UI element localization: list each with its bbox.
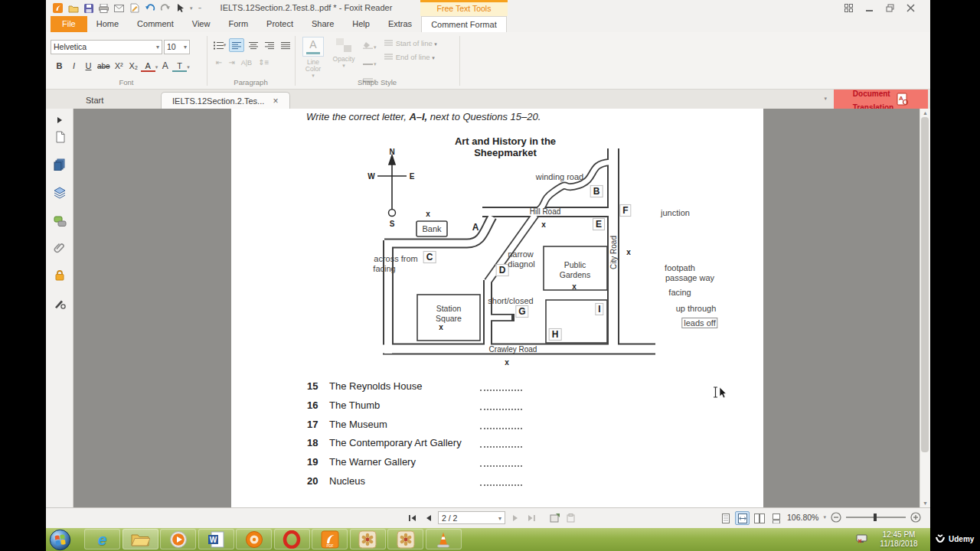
security-icon[interactable] <box>53 268 67 282</box>
redo-icon[interactable] <box>159 2 171 14</box>
free-text-annotation[interactable]: facing <box>668 288 691 297</box>
zoom-slider-thumb[interactable] <box>874 514 877 521</box>
single-page-view-icon[interactable] <box>718 511 733 525</box>
print-icon[interactable] <box>98 2 109 14</box>
free-text-annotation[interactable]: across from <box>374 254 417 263</box>
restore-icon[interactable] <box>884 2 896 13</box>
ribbon-tab-help[interactable]: Help <box>343 16 379 32</box>
free-text-annotation[interactable]: footpath <box>665 263 695 272</box>
document-tab-active[interactable]: IELTS.12Section.2.Tes... × <box>161 92 290 109</box>
free-text-annotation[interactable]: junction <box>661 208 690 217</box>
close-icon[interactable] <box>905 2 916 13</box>
ribbon-tab-share[interactable]: Share <box>302 16 343 32</box>
taskbar-app-internet-explorer[interactable]: e <box>84 529 120 549</box>
zoom-in-icon[interactable] <box>910 512 921 523</box>
ribbon-tab-extras[interactable]: Extras <box>379 16 421 32</box>
undo-icon[interactable] <box>144 2 155 14</box>
snapshot-icon[interactable] <box>549 511 561 524</box>
comments-icon[interactable] <box>53 214 67 228</box>
first-page-icon[interactable] <box>406 511 418 524</box>
free-text-annotation[interactable]: winding road <box>536 172 583 181</box>
vertical-scrollbar[interactable]: ▲ ▼ <box>920 109 930 507</box>
taskbar-app-foxit-reader[interactable]: PDF <box>312 529 348 549</box>
collapse-arrow-icon[interactable] <box>53 113 67 127</box>
zoom-dropdown-icon[interactable]: ▾ <box>823 514 826 520</box>
taskbar-app-word[interactable]: W <box>198 529 234 549</box>
edit-doc-icon[interactable] <box>129 2 140 14</box>
document-translation-button[interactable]: DocumentTranslation A <box>834 90 928 109</box>
free-text-annotation[interactable]: short/closed <box>488 296 533 305</box>
tab-list-dropdown-icon[interactable]: ▾ <box>824 96 827 102</box>
page-number-combo[interactable]: 2 / 2▾ <box>438 511 505 524</box>
ribbon-tab-file[interactable]: File <box>51 16 87 32</box>
bold-button[interactable]: B <box>52 61 67 70</box>
free-text-annotation[interactable]: diagnol <box>508 259 534 269</box>
font-color-button[interactable]: A <box>141 61 155 72</box>
taskbar-app-vlc[interactable] <box>426 529 462 549</box>
tray-icon[interactable] <box>856 533 867 547</box>
justify-icon[interactable] <box>279 39 292 51</box>
start-button[interactable] <box>49 529 71 551</box>
bookmarks-icon[interactable] <box>53 130 67 144</box>
ribbon-tab-home[interactable]: Home <box>87 16 128 32</box>
align-center-icon[interactable] <box>247 39 260 51</box>
taskbar-app-opera[interactable] <box>274 529 310 549</box>
taskbar-app-phantom-pdf-2[interactable] <box>387 529 423 549</box>
fit-width-view-icon[interactable] <box>735 511 750 525</box>
close-tab-icon[interactable]: × <box>270 96 278 106</box>
free-text-annotation[interactable]: leads off <box>681 318 717 328</box>
signature-icon[interactable] <box>53 296 67 310</box>
scroll-up-icon[interactable]: ▲ <box>923 110 928 116</box>
previous-page-icon[interactable] <box>422 511 434 524</box>
taskbar-clock[interactable]: 12:45 PM 11/18/2018 <box>870 529 928 549</box>
taskbar-app-media-player[interactable] <box>160 529 196 549</box>
strikethrough-button[interactable]: abe <box>96 62 112 70</box>
answer-blank[interactable] <box>480 465 522 467</box>
subscript-button[interactable]: X₂ <box>126 61 141 70</box>
zoom-out-icon[interactable] <box>831 512 841 523</box>
text-style-button-dropdown-icon[interactable]: ▾ <box>187 64 190 70</box>
align-left-icon[interactable] <box>229 38 244 52</box>
text-style-button[interactable]: T <box>172 61 187 72</box>
free-text-annotation[interactable]: narrow <box>508 249 534 259</box>
continuous-view-icon[interactable] <box>769 511 783 525</box>
ribbon-tab-view[interactable]: View <box>183 16 220 32</box>
answer-blank[interactable] <box>480 446 522 448</box>
scrollbar-thumb[interactable] <box>921 117 929 452</box>
superscript-button[interactable]: X² <box>112 61 126 70</box>
ribbon-tab-form[interactable]: Form <box>219 16 257 32</box>
free-text-annotation[interactable]: up through <box>676 304 717 313</box>
document-tab-start[interactable]: Start <box>75 92 114 109</box>
taskbar-app-phantom-pdf[interactable] <box>350 529 386 549</box>
ribbon-tab-protect[interactable]: Protect <box>257 16 302 32</box>
zoom-slider[interactable] <box>846 517 906 518</box>
underline-button[interactable]: U <box>81 61 96 70</box>
align-right-icon[interactable] <box>263 39 276 51</box>
ribbon-tab-comment-format[interactable]: Comment Format <box>421 16 507 32</box>
answer-blank[interactable] <box>480 409 522 410</box>
font-family-combo[interactable]: Helvetica▾ <box>51 40 162 54</box>
answer-blank[interactable] <box>480 428 522 429</box>
free-text-annotation[interactable]: facing <box>373 264 395 273</box>
taskbar-app-file-explorer[interactable] <box>122 529 158 549</box>
answer-blank[interactable] <box>480 484 522 486</box>
attachments-icon[interactable] <box>53 241 67 255</box>
free-text-annotation[interactable]: passage way <box>665 273 714 282</box>
facing-pages-view-icon[interactable] <box>752 511 766 525</box>
layers-icon[interactable] <box>53 186 67 200</box>
ribbon-tab-comment[interactable]: Comment <box>128 16 183 32</box>
pages-icon[interactable] <box>53 158 67 171</box>
font-size-combo[interactable]: 10▾ <box>164 40 190 54</box>
open-icon[interactable] <box>67 2 79 14</box>
save-icon[interactable] <box>83 2 94 14</box>
minimize-icon[interactable] <box>864 2 875 13</box>
bullet-list-icon[interactable]: ▾ <box>213 39 227 51</box>
italic-button[interactable]: I <box>67 61 81 70</box>
zoom-level-value[interactable]: 106.80% <box>787 513 818 522</box>
answer-blank[interactable] <box>480 390 522 391</box>
grow-font-button[interactable]: A <box>158 60 172 71</box>
layout-grid-icon[interactable] <box>843 2 854 13</box>
email-icon[interactable] <box>113 2 125 14</box>
taskbar-app-media-app[interactable] <box>236 529 272 549</box>
scroll-down-icon[interactable]: ▼ <box>923 500 928 506</box>
